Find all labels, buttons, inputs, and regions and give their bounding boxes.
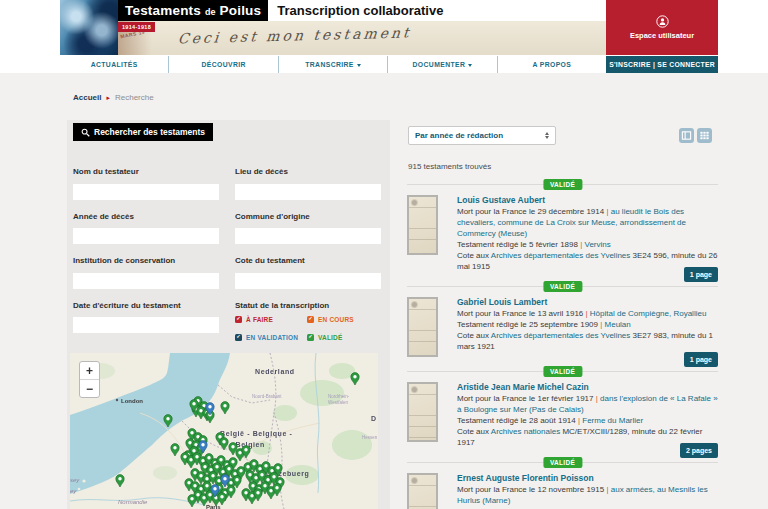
archive-link[interactable]: Archives départementales des Yvelines: [491, 251, 631, 260]
select-arrows-icon: [545, 132, 549, 139]
signin-connect-links[interactable]: S'INSCRIRE | SE CONNECTER: [606, 56, 718, 73]
testator-name-link[interactable]: Aristide Jean Marie Michel Cazin: [457, 382, 718, 393]
redaction-place-link[interactable]: Vervins: [585, 240, 611, 249]
nav-decouvrir[interactable]: DÉCOUVRIR: [168, 56, 277, 73]
result-item[interactable]: VALIDÉ Ernest Auguste Florentin Poisson …: [407, 462, 718, 509]
checkbox-checked-icon[interactable]: [235, 334, 242, 341]
cote-input[interactable]: [235, 273, 381, 289]
grid-view-button[interactable]: [697, 128, 712, 143]
commune-origine-input[interactable]: [235, 228, 381, 244]
status-badge: VALIDÉ: [543, 366, 582, 377]
cote-prefix-text: Cote aux: [457, 251, 491, 260]
testator-name-link[interactable]: Ernest Auguste Florentin Poisson: [457, 473, 718, 484]
status-filter-label: VALIDÉ: [318, 334, 343, 341]
chevron-down-icon: [468, 64, 472, 67]
user-space-button[interactable]: Espace utilisateur: [606, 0, 718, 55]
status-filter-label: EN VALIDATION: [246, 334, 298, 341]
death-place-link[interactable]: Hôpital de Compiègne, Royallieu: [590, 309, 707, 318]
pages-badge: 2 pages: [680, 443, 718, 458]
testament-thumbnail[interactable]: [407, 473, 438, 509]
breadcrumb: Accueil ▸ Recherche: [73, 93, 154, 102]
map-label-belgium-1: België - Belgique -: [220, 430, 293, 438]
breadcrumb-arrow-icon: ▸: [106, 94, 110, 102]
status-filter-en-cours[interactable]: EN COURS: [307, 316, 381, 323]
field-annee-deces: Année de décès: [73, 212, 219, 245]
map-label-jersey: sey: [70, 477, 80, 483]
death-line: Mort pour la France le 29 décembre 1914 …: [457, 206, 718, 239]
list-view-button[interactable]: [679, 128, 694, 143]
result-item[interactable]: VALIDÉ Gabriel Louis Lambert Mort pour l…: [407, 286, 718, 371]
status-filter-a-faire[interactable]: À FAIRE: [235, 316, 307, 323]
search-icon: [81, 128, 90, 137]
result-body: Louis Gustave Aubert Mort pour la France…: [457, 195, 718, 272]
checkbox-checked-icon[interactable]: [235, 316, 242, 323]
status-badge: VALIDÉ: [543, 179, 582, 190]
nom-testateur-input[interactable]: [73, 184, 219, 200]
status-filter-title: Statut de la transcription: [235, 301, 381, 310]
redaction-line: Testament rédigé le 25 septembre 1909 | …: [457, 319, 718, 330]
archive-link[interactable]: Archives nationales: [491, 427, 560, 436]
pages-badge: 1 page: [684, 352, 718, 367]
redaction-place-link[interactable]: Meulan: [605, 320, 631, 329]
search-panel-title: Rechercher des testaments: [73, 123, 213, 141]
testament-thumbnail[interactable]: [407, 195, 438, 255]
field-label: Cote du testament: [235, 256, 381, 265]
manuscript-banner: MARS 19 1914-1918 Ceci est mon testament: [118, 21, 606, 55]
testator-name-link[interactable]: Louis Gustave Aubert: [457, 195, 718, 206]
testament-thumbnail[interactable]: [407, 382, 438, 442]
map-label-london: London: [121, 398, 143, 404]
view-toggles: [679, 128, 712, 143]
title-row: Testaments de Poilus Transcription colla…: [118, 0, 606, 21]
field-institution: Institution de conservation: [73, 256, 219, 289]
site-header: Testaments de Poilus Transcription colla…: [60, 0, 718, 55]
date-ecriture-input[interactable]: [73, 317, 219, 333]
status-filter-label: À FAIRE: [246, 316, 273, 323]
search-panel: Rechercher des testaments Nom du testate…: [67, 120, 390, 509]
page: Testaments de Poilus Transcription colla…: [0, 0, 768, 509]
breadcrumb-current: Recherche: [115, 93, 154, 102]
cote-line: Cote aux Archives nationales MC/ET/XCIII…: [457, 426, 718, 448]
nav-transcrire[interactable]: TRANSCRIRE: [278, 56, 387, 73]
nav-a-propos[interactable]: A PROPOS: [497, 56, 606, 73]
status-filter-en-validation[interactable]: EN VALIDATION: [235, 334, 307, 341]
result-body: Aristide Jean Marie Michel Cazin Mort po…: [457, 382, 718, 448]
site-subtitle: Transcription collaborative: [268, 0, 443, 21]
annee-deces-input[interactable]: [73, 228, 219, 244]
map-label-netherlands: Nederland: [255, 368, 295, 375]
grid-view-icon: [699, 130, 710, 141]
field-label: Commune d'origine: [235, 212, 381, 221]
results-list: VALIDÉ Louis Gustave Aubert Mort pour la…: [407, 184, 718, 509]
result-item[interactable]: VALIDÉ Louis Gustave Aubert Mort pour la…: [407, 184, 718, 286]
death-date-text: Mort pour la France le 29 décembre 1914: [457, 207, 604, 216]
field-label: Lieu de décès: [235, 167, 381, 176]
map-label-guernsey: ey: [70, 488, 77, 494]
testament-thumbnail[interactable]: [407, 297, 438, 357]
status-filter-valide[interactable]: VALIDÉ: [307, 334, 381, 341]
cote-line: Cote aux Archives départementales des Yv…: [457, 330, 718, 352]
status-filter-grid: À FAIRE EN COURS EN VALIDATION VALIDÉ: [235, 316, 381, 341]
field-date-ecriture: Date d'écriture du testament: [73, 301, 219, 341]
nav-actualites[interactable]: ACTUALITÉS: [60, 56, 168, 73]
map-label-brabant: Noord-Brabant: [252, 394, 282, 399]
redaction-date-text: Testament rédigé le 28 août 1914: [457, 416, 576, 425]
sort-select[interactable]: Par année de rédaction: [408, 126, 556, 145]
checkbox-checked-icon[interactable]: [307, 334, 314, 341]
redaction-place-link[interactable]: Ferme du Marlier: [582, 416, 643, 425]
site-title[interactable]: Testaments de Poilus: [118, 0, 268, 21]
checkbox-checked-icon[interactable]: [307, 316, 314, 323]
field-lieu-deces: Lieu de décès: [235, 167, 381, 200]
lieu-deces-input[interactable]: [235, 184, 381, 200]
archive-link[interactable]: Archives départementales des Yvelines: [491, 331, 631, 340]
map-zoom-control: + −: [79, 361, 100, 398]
sort-bar: Par année de rédaction: [407, 126, 718, 146]
breadcrumb-home-link[interactable]: Accueil: [73, 93, 101, 102]
death-date-text: Mort pour la France le 12 novembre 1915: [457, 485, 604, 494]
map-zoom-out-button[interactable]: −: [80, 380, 99, 397]
results-map[interactable]: + −: [70, 353, 378, 509]
death-line: Mort pour la France le 13 avril 1916 | H…: [457, 308, 718, 319]
institution-input[interactable]: [73, 273, 219, 289]
result-item[interactable]: VALIDÉ Aristide Jean Marie Michel Cazin …: [407, 371, 718, 462]
map-zoom-in-button[interactable]: +: [80, 362, 99, 380]
nav-documenter[interactable]: DOCUMENTER: [387, 56, 496, 73]
testator-name-link[interactable]: Gabriel Louis Lambert: [457, 297, 718, 308]
